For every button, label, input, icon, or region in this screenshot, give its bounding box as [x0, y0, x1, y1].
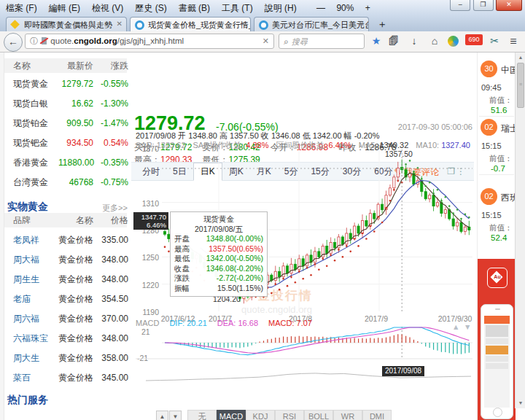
menu-item[interactable]: 書籤 (B): [173, 0, 216, 16]
site-info-icon[interactable]: ⓘ: [30, 36, 38, 45]
blocked-content-icon[interactable]: [40, 37, 48, 45]
tab-title: 即時國際黃金價格與走勢: [24, 20, 112, 29]
indicator-tab-MACD[interactable]: MACD: [217, 410, 246, 420]
quote-row[interactable]: 香港黄金11880.00-0.35%: [4, 153, 127, 173]
brand-name[interactable]: 周六福: [13, 309, 58, 329]
gold-app-icon[interactable]: Au: [487, 268, 508, 288]
brand-row[interactable]: 老凤祥黄金价格335.00: [4, 230, 127, 250]
stop-loading-button[interactable]: ✕: [262, 34, 269, 48]
brand-name[interactable]: 老凤祥: [13, 230, 58, 250]
browser-tab[interactable]: 现货黄金价格_现货黄金行情_✕: [130, 17, 251, 31]
notification-count-badge[interactable]: 690: [465, 34, 483, 45]
quote-row[interactable]: 现货白银16.62-1.30%: [4, 94, 127, 114]
indicator-tab-RSI[interactable]: RSI: [275, 410, 304, 420]
zoom-in-button[interactable]: +: [361, 0, 375, 16]
brand-name[interactable]: 周大福: [13, 250, 58, 270]
quote-name[interactable]: 台湾黄金: [13, 173, 58, 192]
search-box[interactable]: ⌕: [279, 34, 365, 49]
column-header: 价格: [98, 213, 128, 228]
tab-close-icon[interactable]: ✕: [359, 20, 365, 28]
menu-item[interactable]: 說明 (H): [259, 0, 303, 16]
downloads-icon[interactable]: ↓: [407, 35, 421, 47]
menu-item[interactable]: 歷史 (S): [129, 0, 172, 16]
brand-name[interactable]: 周大生: [13, 349, 58, 368]
brands-header: 品牌名称价格: [4, 213, 127, 228]
indicator-tab-BOLL[interactable]: BOLL: [304, 410, 333, 420]
calendar-divider: [479, 116, 514, 117]
brand-row[interactable]: 六福珠宝黄金价格348.00: [4, 329, 127, 349]
quote-name[interactable]: 现货黄金: [13, 74, 58, 94]
quote-name[interactable]: 现货白银: [13, 94, 58, 114]
quote-row[interactable]: 台湾黄金46768-0.75%: [4, 173, 127, 192]
hamburger-menu-icon[interactable]: ≡: [506, 35, 521, 48]
product-price: 348.00: [98, 329, 128, 349]
app-promo-panel[interactable]: Au: [478, 259, 516, 420]
menu-item[interactable]: 檔案 (F): [0, 0, 43, 16]
back-button[interactable]: ←: [4, 33, 23, 52]
brand-name[interactable]: 六福珠宝: [13, 329, 58, 349]
indicator-scroll-up[interactable]: ▲: [156, 411, 168, 420]
search-input[interactable]: [290, 36, 356, 47]
blue-ring-favicon: [259, 20, 268, 30]
tab-close-icon[interactable]: ✕: [241, 20, 246, 28]
quote-row[interactable]: 现货黄金1279.72-0.55%: [4, 74, 127, 94]
new-tab-button[interactable]: ＋: [373, 18, 391, 31]
menu-item[interactable]: 編輯 (E): [43, 0, 86, 16]
calendar-item[interactable]: 02瑞士15:15前值：-0.7: [478, 119, 516, 176]
product-price: 335.00: [98, 230, 128, 250]
calendar-item[interactable]: 30中国09:45前值：51.6: [478, 61, 516, 117]
tab-close-icon[interactable]: ✕: [117, 20, 122, 28]
scroll-up-arrow[interactable]: ▲: [516, 53, 525, 62]
quote-name[interactable]: 香港黄金: [13, 153, 58, 173]
quote-name[interactable]: 现货钯金: [13, 133, 58, 153]
brand-name[interactable]: 周生生: [13, 270, 58, 289]
brand-row[interactable]: 周大福黄金价格348.00: [4, 250, 127, 270]
candle-tooltip: 现货黄金 2017/09/08/五 开盘1348.80(-0.00%)最高135…: [170, 211, 268, 297]
home-icon[interactable]: ⌂: [427, 35, 442, 47]
quote-row[interactable]: 现货钯金934.500.54%: [4, 133, 127, 153]
zoom-level: 90%: [332, 0, 358, 16]
crosshair-price-badge: 1347.70 6.46%: [133, 212, 168, 230]
brand-row[interactable]: 老庙黄金价格354.50: [4, 289, 127, 309]
scroll-down-arrow[interactable]: ▼: [516, 399, 525, 408]
close-window-button[interactable]: ✕: [496, 0, 522, 11]
vertical-scrollbar-thumb[interactable]: ≡: [517, 63, 524, 108]
menu-item[interactable]: 工具 (T): [216, 0, 259, 16]
vertical-scrollbar[interactable]: ▲ ≡ ▼: [515, 52, 525, 408]
brand-row[interactable]: 周六福黄金价格370.00: [4, 309, 127, 329]
brand-name[interactable]: 菜百: [13, 368, 58, 388]
product-name: 黄金价格: [58, 368, 93, 388]
product-price: 348.00: [98, 270, 128, 289]
restore-window-button[interactable]: ❐: [473, 0, 494, 11]
blue-ring-favicon: [135, 20, 144, 30]
indicator-scroll-down[interactable]: ▼: [169, 411, 182, 420]
quote-row[interactable]: 现货铂金909.50-1.47%: [4, 114, 127, 133]
indicator-tab-KDJ[interactable]: KDJ: [246, 410, 275, 420]
indicator-tab-DMI[interactable]: DMI: [362, 410, 392, 420]
indicator-tabbar: ▲ ▼ 无MACDKDJRSIBOLLWRDMI: [131, 410, 474, 420]
brand-row[interactable]: 周生生黄金价格348.00: [4, 270, 127, 289]
bookmark-star-icon[interactable]: ★: [369, 35, 384, 47]
quote-timestamp: 2017-09-30 05:00:06: [398, 122, 472, 131]
more-link[interactable]: 更多>>: [102, 203, 128, 214]
menu-item[interactable]: 檢視 (V): [86, 0, 129, 16]
extension-globe-icon[interactable]: [448, 36, 459, 47]
url-bar[interactable]: ⓘ quote.cngold.org/gjs/gjhj_xhhj.html ✕: [25, 34, 274, 49]
brand-row[interactable]: 菜百黄金价格345.00: [4, 368, 127, 388]
calendar-time: 15:15: [481, 141, 502, 150]
indicator-tab-无[interactable]: 无: [187, 410, 217, 420]
brand-name[interactable]: 老庙: [13, 289, 58, 309]
url-text[interactable]: quote.cngold.org/gjs/gjhj_xhhj.html: [50, 36, 184, 45]
browser-tab[interactable]: 即時國際黃金價格與走勢✕: [6, 17, 127, 31]
browser-tab[interactable]: 美元对台币汇率_今日美元台...✕: [254, 17, 369, 31]
minimize-window-button[interactable]: –: [450, 0, 470, 11]
quote-name[interactable]: 现货铂金: [13, 114, 58, 133]
zoom-out-button[interactable]: —: [312, 0, 330, 16]
bookmarks-panel-icon[interactable]: 🗐: [386, 35, 401, 47]
calendar-item[interactable]: 02西班15:15前值：52.4: [478, 188, 516, 245]
screenshot-scissors-icon[interactable]: ✂: [487, 35, 502, 47]
product-price: 358.00: [98, 349, 128, 368]
search-icon: ⌕: [284, 36, 289, 47]
brand-row[interactable]: 周大生黄金价格358.00: [4, 349, 127, 368]
indicator-tab-WR[interactable]: WR: [333, 410, 362, 420]
